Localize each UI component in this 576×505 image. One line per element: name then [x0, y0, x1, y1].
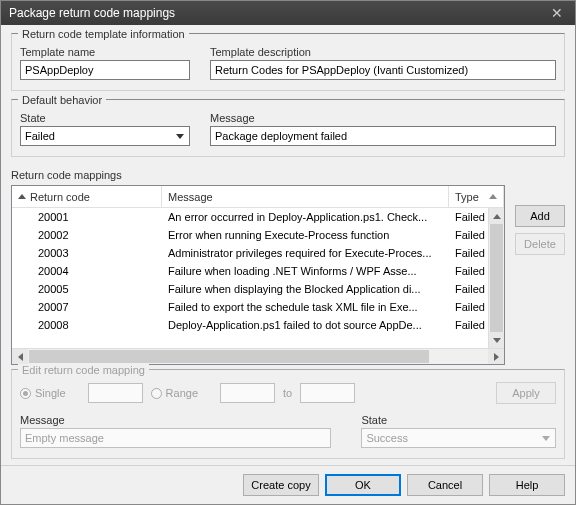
- dialog-title: Package return code mappings: [9, 6, 175, 20]
- cell-code: 20008: [12, 318, 162, 332]
- group-return-code-mappings: Return code mappings Return code Message…: [11, 165, 565, 365]
- group-edit-mapping: Edit return code mapping Single Range to…: [11, 369, 565, 459]
- group-template-info-legend: Return code template information: [18, 28, 189, 40]
- edit-state-select: Success: [361, 428, 556, 448]
- template-name-input[interactable]: [20, 60, 190, 80]
- apply-button: Apply: [496, 382, 556, 404]
- default-message-input[interactable]: [210, 126, 556, 146]
- scroll-left-icon[interactable]: [12, 349, 28, 364]
- template-name-label: Template name: [20, 46, 190, 58]
- delete-button: Delete: [515, 233, 565, 255]
- table-row[interactable]: 20001An error occurred in Deploy-Applica…: [12, 208, 504, 226]
- table-header: Return code Message Type: [12, 186, 504, 208]
- edit-message-input: [20, 428, 331, 448]
- edit-legend: Edit return code mapping: [18, 364, 149, 376]
- group-template-info: Return code template information Templat…: [11, 33, 565, 91]
- cell-code: 20007: [12, 300, 162, 314]
- cancel-button[interactable]: Cancel: [407, 474, 483, 496]
- group-default-behavior: Default behavior State Failed Message: [11, 99, 565, 157]
- col-message[interactable]: Message: [162, 186, 449, 207]
- cell-code: 20003: [12, 246, 162, 260]
- radio-range: Range: [151, 387, 198, 399]
- state-select-value: Failed: [25, 130, 55, 142]
- ok-button[interactable]: OK: [325, 474, 401, 496]
- dialog-footer: Create copy OK Cancel Help: [1, 465, 575, 504]
- template-desc-input[interactable]: [210, 60, 556, 80]
- dialog-package-return-codes: Package return code mappings ✕ Return co…: [0, 0, 576, 505]
- cell-message: Failure when loading .NET Winforms / WPF…: [162, 264, 449, 278]
- vertical-scrollbar[interactable]: [488, 208, 504, 348]
- cell-message: An error occurred in Deploy-Application.…: [162, 210, 449, 224]
- cell-message: Failed to export the schedule task XML f…: [162, 300, 449, 314]
- radio-single: Single: [20, 387, 66, 399]
- table-row[interactable]: 20005Failure when displaying the Blocked…: [12, 280, 504, 298]
- table-row[interactable]: 20007Failed to export the schedule task …: [12, 298, 504, 316]
- scroll-down-icon[interactable]: [489, 332, 504, 348]
- range-to-label: to: [283, 387, 292, 399]
- cell-code: 20004: [12, 264, 162, 278]
- table-row[interactable]: 20003Administrator privileges required f…: [12, 244, 504, 262]
- mappings-table[interactable]: Return code Message Type 20001An error o…: [11, 185, 505, 365]
- cell-message: Deploy-Application.ps1 failed to dot sou…: [162, 318, 449, 332]
- message-label: Message: [210, 112, 556, 124]
- titlebar: Package return code mappings ✕: [1, 1, 575, 25]
- state-label: State: [20, 112, 190, 124]
- horizontal-scrollbar[interactable]: [12, 348, 504, 364]
- radio-icon: [20, 388, 31, 399]
- dialog-body: Return code template information Templat…: [1, 25, 575, 465]
- col-type[interactable]: Type: [449, 186, 504, 207]
- edit-state-label: State: [361, 414, 556, 426]
- edit-message-label: Message: [20, 414, 331, 426]
- cell-message: Failure when displaying the Blocked Appl…: [162, 282, 449, 296]
- help-button[interactable]: Help: [489, 474, 565, 496]
- radio-icon: [151, 388, 162, 399]
- create-copy-button[interactable]: Create copy: [243, 474, 319, 496]
- template-desc-label: Template description: [210, 46, 556, 58]
- mappings-legend: Return code mappings: [11, 169, 565, 181]
- single-value-input: [88, 383, 143, 403]
- hscroll-thumb[interactable]: [29, 350, 429, 363]
- cell-message: Administrator privileges required for Ex…: [162, 246, 449, 260]
- cell-message: Error when running Execute-Process funct…: [162, 228, 449, 242]
- state-select[interactable]: Failed: [20, 126, 190, 146]
- table-row[interactable]: 20002Error when running Execute-Process …: [12, 226, 504, 244]
- table-row[interactable]: 20008Deploy-Application.ps1 failed to do…: [12, 316, 504, 334]
- scroll-thumb[interactable]: [490, 224, 503, 334]
- close-icon[interactable]: ✕: [547, 5, 567, 21]
- scroll-up-icon[interactable]: [489, 208, 504, 224]
- cell-code: 20002: [12, 228, 162, 242]
- cell-code: 20005: [12, 282, 162, 296]
- range-from-input: [220, 383, 275, 403]
- cell-code: 20001: [12, 210, 162, 224]
- add-button[interactable]: Add: [515, 205, 565, 227]
- mappings-side-buttons: Add Delete: [515, 185, 565, 365]
- range-to-input: [300, 383, 355, 403]
- table-body: 20001An error occurred in Deploy-Applica…: [12, 208, 504, 348]
- edit-state-value: Success: [366, 432, 408, 444]
- scroll-right-icon[interactable]: [488, 349, 504, 364]
- col-return-code[interactable]: Return code: [12, 186, 162, 207]
- table-row[interactable]: 20004Failure when loading .NET Winforms …: [12, 262, 504, 280]
- group-default-behavior-legend: Default behavior: [18, 94, 106, 106]
